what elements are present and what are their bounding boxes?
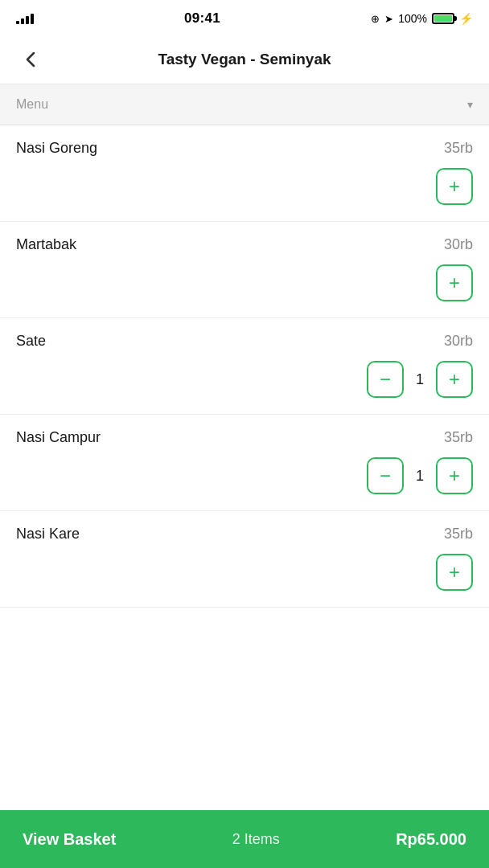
basket-label: View Basket xyxy=(23,830,116,849)
list-item: Nasi Kare 35rb + xyxy=(0,511,489,608)
app-header: Tasty Vegan - Seminyak xyxy=(0,35,489,84)
menu-item-name: Nasi Goreng xyxy=(16,140,97,157)
minus-icon: − xyxy=(380,368,391,391)
add-nasi-kare-button[interactable]: + xyxy=(436,554,473,591)
charging-icon: ⚡ xyxy=(459,12,473,25)
plus-icon: + xyxy=(449,175,460,198)
add-martabak-button[interactable]: + xyxy=(436,264,473,301)
menu-item-name: Nasi Kare xyxy=(16,526,80,542)
signal-icon xyxy=(16,13,34,24)
status-time: 09:41 xyxy=(184,10,220,27)
plus-icon: + xyxy=(449,368,460,391)
menu-item-price: 35rb xyxy=(444,429,473,446)
nasi-campur-quantity: 1 xyxy=(412,468,428,485)
list-item: Nasi Goreng 35rb + xyxy=(0,125,489,222)
increase-nasi-campur-button[interactable]: + xyxy=(436,457,473,494)
plus-icon: + xyxy=(449,561,460,583)
status-left xyxy=(16,13,34,24)
menu-item-price: 30rb xyxy=(444,236,473,253)
list-item: Martabak 30rb + xyxy=(0,222,489,318)
decrease-nasi-campur-button[interactable]: − xyxy=(367,457,404,494)
view-basket-button[interactable]: View Basket 2 Items Rp65.000 xyxy=(0,810,489,868)
location-icon: ⊕ xyxy=(371,13,380,25)
menu-item-price: 35rb xyxy=(444,526,473,542)
menu-dropdown[interactable]: Menu ▾ xyxy=(0,84,489,125)
increase-sate-button[interactable]: + xyxy=(436,361,473,398)
sate-quantity: 1 xyxy=(412,371,428,388)
menu-item-name: Martabak xyxy=(16,236,76,253)
menu-item-name: Sate xyxy=(16,333,46,350)
menu-item-price: 30rb xyxy=(444,333,473,350)
menu-dropdown-label: Menu xyxy=(16,97,48,112)
basket-items-count: 2 Items xyxy=(232,831,280,848)
battery-pct-label: 100% xyxy=(398,12,427,25)
plus-icon: + xyxy=(449,465,460,487)
battery-icon xyxy=(432,13,454,24)
basket-total: Rp65.000 xyxy=(396,830,466,849)
status-right: ⊕ ➤ 100% ⚡ xyxy=(371,12,473,25)
gps-icon: ➤ xyxy=(384,13,393,25)
menu-item-name: Nasi Campur xyxy=(16,429,101,446)
plus-icon: + xyxy=(449,272,460,294)
page-title: Tasty Vegan - Seminyak xyxy=(45,51,444,68)
chevron-down-icon: ▾ xyxy=(467,98,473,111)
add-nasi-goreng-button[interactable]: + xyxy=(436,168,473,205)
list-item: Nasi Campur 35rb − 1 + xyxy=(0,415,489,511)
status-bar: 09:41 ⊕ ➤ 100% ⚡ xyxy=(0,0,489,35)
menu-list: Nasi Goreng 35rb + Martabak 30rb + Sate … xyxy=(0,125,489,810)
list-item: Sate 30rb − 1 + xyxy=(0,318,489,415)
menu-item-price: 35rb xyxy=(444,140,473,157)
back-button[interactable] xyxy=(16,45,45,74)
minus-icon: − xyxy=(380,465,391,487)
decrease-sate-button[interactable]: − xyxy=(367,361,404,398)
